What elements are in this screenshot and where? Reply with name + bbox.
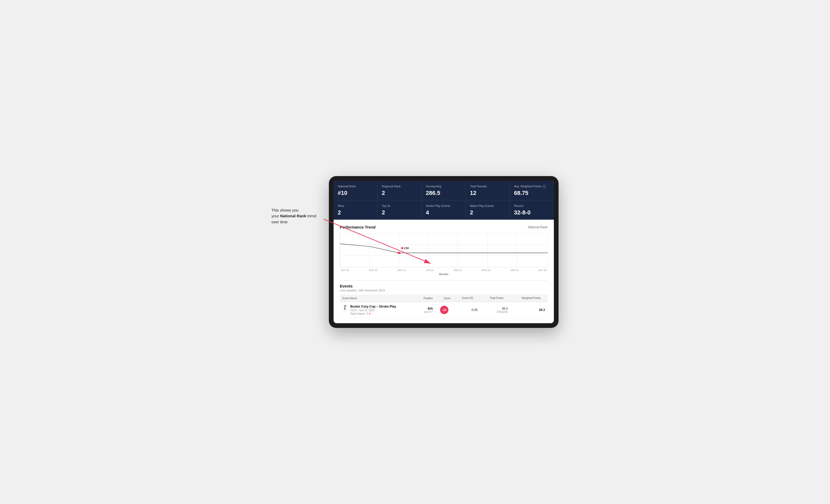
chart-area: #10 (340, 233, 548, 267)
score-cell: -22 (435, 302, 453, 318)
stat-stroke-play-label: Stroke Play Events (426, 204, 461, 208)
stat-regional-rank-value: 2 (382, 190, 417, 196)
position-cell: 6th out of 7 (417, 302, 435, 318)
info-icon-total-points[interactable]: i (505, 297, 508, 300)
weighted-points-cell: 28.3 (510, 302, 548, 318)
chart-subtitle: National Rank (528, 225, 548, 229)
tablet-frame: National Rank #10 Regional Rank 2 Scorin… (329, 176, 558, 328)
stat-wins-value: 2 (338, 209, 373, 216)
chart-section: Performance Trend National Rank (333, 220, 554, 280)
event-info: Buster Cozy Cup – Stroke Play Oct 9 – Oc… (350, 305, 396, 315)
stats-header-row1: National Rank #10 Regional Rank 2 Scorin… (333, 181, 554, 200)
x-label-oct23: OCT 23 (341, 269, 349, 272)
chart-header: Performance Trend National Rank (340, 225, 548, 229)
table-header-row: Event Name Position Score Event SG i Tot… (340, 295, 548, 302)
col-event-sg: Event SG i (453, 295, 480, 302)
stat-total-rounds-value: 12 (470, 190, 505, 196)
stat-record: Record 32-8-0 (510, 200, 554, 220)
stats-header-row2: Wins 2 Top 3s 2 Stroke Play Events 4 Mat… (333, 200, 554, 220)
stat-match-play-label: Match Play Events (470, 204, 505, 208)
rank-dot (401, 247, 403, 249)
stat-scoring-avg: Scoring Avg. 286.5 (422, 181, 466, 200)
rank-value: #10 (404, 246, 409, 250)
page-container: This shows you your National Rank trend … (272, 176, 558, 328)
stat-top3s-value: 2 (382, 209, 417, 216)
info-icon-event-sg[interactable]: i (475, 297, 478, 300)
event-name: Buster Cozy Cup – Stroke Play (350, 305, 396, 308)
x-label-mar24: MAR 24 (482, 269, 490, 272)
stat-record-value: 32-8-0 (514, 209, 550, 216)
x-label-may24: MAY 24 (539, 269, 547, 272)
rank-label: #10 (401, 246, 409, 250)
stat-match-play: Match Play Events 2 (466, 200, 510, 220)
x-label-nov23: NOV 23 (369, 269, 377, 272)
stat-match-play-value: 2 (470, 209, 505, 216)
events-table: Event Name Position Score Event SG i Tot… (340, 295, 548, 318)
event-date: Oct 9 – Oct 10, 2023 (350, 309, 396, 312)
chart-title: Performance Trend (340, 225, 376, 229)
stat-avg-weighted-label: Avg. Weighted Points i (514, 184, 550, 188)
total-points-cell: 28.3 3 Rounds (480, 302, 510, 318)
event-name-cell: 🏌️ Buster Cozy Cup – Stroke Play Oct 9 –… (340, 302, 417, 318)
total-rounds: 3 Rounds (483, 310, 508, 313)
col-weighted-points: Weighted Points i (510, 295, 548, 302)
annotation-bold: National Rank (280, 214, 306, 218)
score-badge: -22 (440, 306, 448, 314)
stat-national-rank-label: National Rank (338, 184, 373, 188)
info-icon-avg-weighted[interactable]: i (543, 185, 546, 188)
stat-top3s: Top 3s 2 (378, 200, 422, 220)
x-label-jan24: JAN 24 (426, 269, 434, 272)
svg-point-13 (397, 252, 401, 254)
stat-total-rounds: Total Rounds 12 (466, 181, 510, 200)
col-event-name: Event Name (340, 295, 417, 302)
stat-avg-weighted: Avg. Weighted Points i 68.75 (510, 181, 554, 200)
stat-wins: Wins 2 (333, 200, 378, 220)
stat-wins-label: Wins (338, 204, 373, 208)
stat-national-rank-value: #10 (338, 190, 373, 196)
col-score: Score (435, 295, 453, 302)
annotation-text: This shows you your National Rank trend … (272, 207, 324, 225)
stat-regional-rank: Regional Rank 2 (378, 181, 422, 200)
annotation-line2: your (272, 214, 280, 218)
chart-x-labels: OCT 23 NOV 23 DEC 23 JAN 24 FEB 24 MAR 2… (340, 269, 548, 272)
stat-stroke-play-value: 4 (426, 209, 461, 216)
position-value: 6th (419, 306, 433, 310)
stat-avg-weighted-value: 68.75 (514, 190, 550, 196)
stat-regional-rank-label: Regional Rank (382, 184, 417, 188)
event-sg-cell: 0.45 (453, 302, 480, 318)
info-icon-weighted-points[interactable]: i (542, 297, 545, 300)
stat-national-rank: National Rank #10 (333, 181, 378, 200)
stat-scoring-avg-value: 286.5 (426, 190, 461, 196)
x-label-feb24: FEB 24 (454, 269, 461, 272)
events-title: Events (340, 284, 548, 288)
stat-record-label: Record (514, 204, 550, 208)
events-updated: Last updated: 24th November 2023 (340, 289, 548, 292)
golf-icon: 🏌️ (343, 305, 348, 310)
x-label-apr24: APR 24 (510, 269, 518, 272)
col-position: Position (417, 295, 435, 302)
stat-stroke-play: Stroke Play Events 4 (422, 200, 466, 220)
annotation-line1: This shows you (272, 208, 298, 212)
chart-svg (340, 233, 548, 267)
table-row: 🏌️ Buster Cozy Cup – Stroke Play Oct 9 –… (340, 302, 548, 318)
rank-impact-arrow: ▼ (369, 312, 371, 315)
col-total-points: Total Points i (480, 295, 510, 302)
chart-months-label: Months (340, 273, 548, 276)
total-points-value: 28.3 (483, 307, 508, 310)
stat-top3s-label: Top 3s (382, 204, 417, 208)
events-section: Events Last updated: 24th November 2023 … (333, 280, 554, 323)
x-label-dec23: DEC 23 (397, 269, 406, 272)
stat-total-rounds-label: Total Rounds (470, 184, 505, 188)
stat-scoring-avg-label: Scoring Avg. (426, 184, 461, 188)
tablet-screen: National Rank #10 Regional Rank 2 Scorin… (333, 181, 554, 324)
position-sub: out of 7 (419, 310, 433, 313)
rank-impact: Rank Impact: 3 ▼ (350, 312, 396, 315)
